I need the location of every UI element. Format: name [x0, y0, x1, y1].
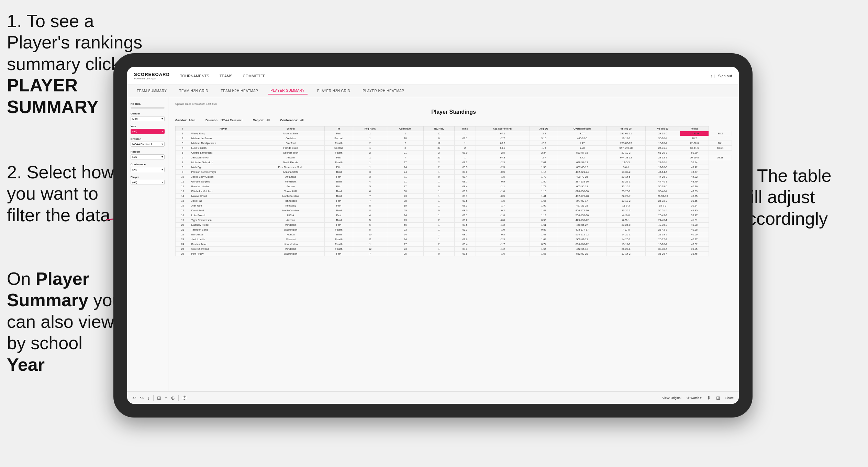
table-row[interactable]: 21Taehoon SongWashingtonFourth523169.3-1…	[176, 227, 732, 232]
table-row[interactable]: 10Jacob Skov OlesenArkansasFifth371068.4…	[176, 175, 732, 179]
col-no-rds: No. Rds.	[423, 126, 454, 131]
logo-text: SCOREBOARD	[134, 72, 170, 77]
subnav-team-summary[interactable]: TEAM SUMMARY	[134, 88, 170, 94]
filter-division: Division: NCAA Division I	[205, 119, 243, 122]
nav-item-tournaments[interactable]: TOURNAMENTS	[180, 73, 209, 79]
table-row[interactable]: 12Brendan ValdesAuburnFifth577068.4-1.11…	[176, 184, 732, 189]
nav-bar: SCOREBOARD Powered by clippi TOURNAMENTS…	[127, 67, 739, 85]
conference-label: Conference	[131, 163, 165, 166]
download-btn[interactable]: ⬇	[707, 395, 711, 401]
nav-upload-icon[interactable]: ↑ |	[711, 74, 714, 78]
watch-label[interactable]: 👁 Watch ▾	[687, 396, 702, 400]
share-label[interactable]: Share	[725, 396, 734, 400]
table-row[interactable]: 23Jack LundinMissouriFourth1124168.6-2.3…	[176, 237, 732, 242]
year-input[interactable]: (All) ▾	[131, 129, 165, 134]
subnav-player-summary[interactable]: PLAYER SUMMARY	[268, 87, 307, 94]
player-label: Player	[131, 176, 165, 179]
col-rank: #	[176, 126, 190, 131]
logo-sub: Powered by clippi	[134, 77, 170, 80]
table-row[interactable]: 16Alex GoffKentuckyFifth819168.3-1.71.92…	[176, 203, 732, 208]
table-row[interactable]: 4Luke ClantonFlorida StateSecond1227268.…	[176, 146, 732, 151]
redo-btn[interactable]: ↪	[140, 395, 144, 401]
subnav-player-h2h-grid[interactable]: PLAYER H2H GRID	[314, 88, 353, 94]
division-label: Division	[131, 137, 165, 141]
division-input[interactable]: NCAA Division I ▾	[131, 142, 165, 147]
tablet-screen: SCOREBOARD Powered by clippi TOURNAMENTS…	[127, 67, 739, 404]
col-reg-rank: Reg Rank	[353, 126, 387, 131]
table-row[interactable]: 25Cole SherwoodVanderbiltFourth1223168.3…	[176, 247, 732, 252]
toolbar-right: View: Original 👁 Watch ▾ ⬇ ⊞ Share	[662, 395, 734, 401]
filter-row: Gender: Men Division: NCAA Division I Re…	[175, 119, 732, 122]
table-area: Update time: 27/03/2024 16:56:26 Player …	[168, 97, 739, 391]
table-row[interactable]: 2Michael Le SassoOle MissSecond118067.1-…	[176, 136, 732, 141]
down-btn[interactable]: ↓	[147, 395, 150, 401]
toolbar-divider-2	[178, 395, 179, 401]
table-row[interactable]: 13Phichakn MaichonTexas A&MThird630169.0…	[176, 189, 732, 194]
table-title: Player Standings	[175, 109, 732, 115]
grid-btn[interactable]: ⊞	[157, 395, 161, 401]
filter-gender: Gender: Men	[175, 119, 195, 122]
region-label: Region	[131, 150, 165, 153]
subnav-team-h2h-heatmap[interactable]: TEAM H2H HEATMAP	[218, 88, 261, 94]
no-rds-slider[interactable]	[131, 107, 165, 109]
table-row[interactable]: 14Maxwell FordNorth CarolinaThird723169.…	[176, 194, 732, 199]
col-vs-top50: Vs Top 50	[646, 126, 680, 131]
sub-nav: TEAM SUMMARY TEAM H2H GRID TEAM H2H HEAT…	[127, 85, 739, 97]
gender-label: Gender	[131, 112, 165, 115]
col-wins: Wins	[454, 126, 476, 131]
logo-area: SCOREBOARD Powered by clippi	[134, 72, 170, 80]
tablet: SCOREBOARD Powered by clippi TOURNAMENTS…	[113, 53, 753, 418]
nav-item-teams[interactable]: TEAMS	[220, 73, 233, 79]
instruction-step2: 2. Select how you want to filter the dat…	[7, 162, 117, 226]
col-overall: Overall Record	[558, 126, 606, 131]
table-row[interactable]: 3Michael ThorbjornsenStanfordFourth22121…	[176, 141, 732, 146]
sidebar-filters: No Rds. Gender Men ▾ Year (All) ▾ Divisi…	[127, 97, 168, 391]
table-row[interactable]: 17David FordNorth CarolinaThird869068.0-…	[176, 208, 732, 213]
col-avg-sg: Avg SG	[530, 126, 558, 131]
clock-btn[interactable]: ⏱	[182, 395, 187, 401]
standings-table: # Player School Yr Reg Rank Conf Rank No…	[175, 126, 732, 256]
undo-btn[interactable]: ↩	[132, 395, 136, 401]
gender-input[interactable]: Men ▾	[131, 116, 165, 121]
main-content: No Rds. Gender Men ▾ Year (All) ▾ Divisi…	[127, 97, 739, 391]
table-row[interactable]: 1Wenyi DingArizona StateFirst1115167.1-3…	[176, 131, 732, 136]
table-row[interactable]: 19Tiger ChristensenArizonaThird523269.2-…	[176, 218, 732, 223]
grid2-btn[interactable]: ⊞	[716, 395, 720, 401]
nav-items: TOURNAMENTS TEAMS COMMITTEE	[180, 73, 711, 79]
toolbar-divider-1	[153, 395, 154, 401]
table-header-row: # Player School Yr Reg Rank Conf Rank No…	[176, 126, 732, 131]
table-row[interactable]: 7Nicholas GabrelcikNorth FloridaFourth12…	[176, 160, 732, 165]
table-row[interactable]: 26Petr HrubyWashingtonFifth725068.6-1.61…	[176, 252, 732, 256]
col-player: Player	[190, 126, 257, 131]
table-row[interactable]: 5Christo LamprechtGeorgia TechFourth2212…	[176, 151, 732, 155]
update-time: Update time: 27/03/2024 16:56:26	[175, 102, 732, 105]
table-row[interactable]: 6Jackson KoivunAuburnFirst1722167.3-2.72…	[176, 155, 732, 160]
instruction-step4: On Player Summary you can also view by s…	[7, 268, 124, 375]
no-rds-label: No Rds.	[131, 102, 165, 105]
table-row[interactable]: 8Mats EgeEast Tennessee StateFifth124268…	[176, 165, 732, 170]
view-label[interactable]: View: Original	[662, 396, 681, 400]
table-row[interactable]: 11Gordon SargentVanderbiltThird421168.7-…	[176, 179, 732, 184]
player-input[interactable]: (All) ▾	[131, 180, 165, 185]
table-row[interactable]: 18Luke PowellUCLAFirst424169.1-1.81.1350…	[176, 213, 732, 218]
circle-btn[interactable]: ○	[165, 395, 167, 401]
nav-item-committee[interactable]: COMMITTEE	[243, 73, 266, 79]
conference-input[interactable]: (All) ▾	[131, 167, 165, 172]
table-row[interactable]: 20Matthew RiedelVanderbiltFifth656168.5-…	[176, 223, 732, 227]
col-yr: Yr	[324, 126, 353, 131]
filter-conference: Conference: All	[280, 119, 304, 122]
col-adj-score: Adj. Score to Par	[476, 126, 530, 131]
table-row[interactable]: 9Preston SummerhaysArizona StateThird324…	[176, 170, 732, 175]
table-row[interactable]: 22Ian GilliganFloridaThird1024168.7-0.81…	[176, 232, 732, 237]
subnav-team-h2h-grid[interactable]: TEAM H2H GRID	[177, 88, 211, 94]
plus-btn[interactable]: ⊕	[171, 395, 175, 401]
year-label: Year	[131, 125, 165, 128]
region-input[interactable]: N/A ▾	[131, 154, 165, 159]
nav-right: ↑ | Sign out	[711, 74, 732, 78]
table-row[interactable]: 15Jake HallTennesseeFifth788168.5-1.51.6…	[176, 199, 732, 203]
instruction-step3: 3. The table will adjust accordingly	[737, 165, 854, 229]
sign-out-link[interactable]: Sign out	[718, 74, 732, 78]
subnav-player-h2h-heatmap[interactable]: PLAYER H2H HEATMAP	[360, 88, 407, 94]
table-row[interactable]: 24Bastien AmatNew MexicoFourth127269.4-1…	[176, 242, 732, 247]
col-school: School	[257, 126, 324, 131]
